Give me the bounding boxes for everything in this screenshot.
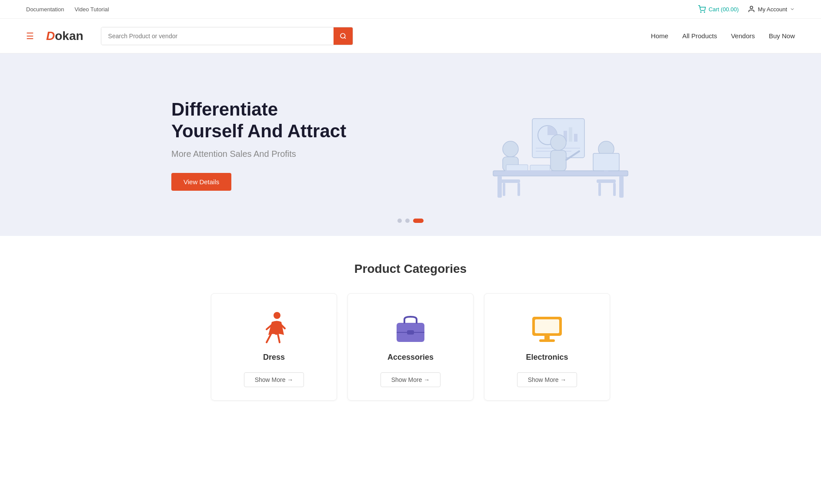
hero-title: Differentiate Yourself And Attract [171, 99, 346, 143]
categories-section: Product Categories [0, 236, 821, 435]
svg-rect-47 [539, 339, 555, 342]
categories-grid: Dress Show More → Accessories Show More … [26, 293, 795, 401]
dot-3[interactable] [413, 219, 424, 223]
logo-d: D [46, 29, 55, 43]
svg-line-4 [344, 37, 346, 39]
svg-rect-31 [597, 179, 616, 183]
svg-rect-43 [407, 330, 414, 335]
svg-line-38 [278, 334, 280, 342]
hamburger-icon[interactable]: ☰ [26, 31, 34, 41]
electronics-label: Electronics [526, 353, 568, 362]
nav-home[interactable]: Home [651, 32, 668, 40]
search-input[interactable] [101, 27, 334, 45]
account-link[interactable]: My Account [748, 5, 795, 13]
accessories-show-more[interactable]: Show More → [380, 372, 441, 387]
svg-rect-12 [569, 127, 572, 142]
svg-rect-32 [598, 183, 601, 196]
svg-rect-19 [503, 183, 505, 196]
dot-2[interactable] [405, 219, 410, 223]
hero-subtitle: More Attention Sales And Profits [171, 149, 346, 159]
user-icon [748, 5, 755, 13]
accessories-label: Accessories [387, 353, 434, 362]
svg-rect-29 [604, 171, 608, 174]
svg-rect-7 [619, 176, 624, 198]
header: ☰ Dokan Home All Products Vendors Buy No… [0, 19, 821, 53]
nav-vendors[interactable]: Vendors [731, 32, 755, 40]
dress-label: Dress [263, 353, 285, 362]
svg-rect-34 [530, 165, 550, 171]
svg-rect-6 [497, 176, 502, 198]
dress-icon [257, 311, 291, 346]
dress-show-more[interactable]: Show More → [244, 372, 304, 387]
cart-link[interactable]: Cart (00.00) [698, 5, 738, 13]
svg-rect-33 [613, 183, 616, 196]
svg-point-0 [701, 12, 701, 13]
chevron-down-icon [790, 7, 795, 12]
svg-point-3 [340, 33, 345, 38]
top-bar-right: Cart (00.00) My Account [698, 5, 795, 13]
logo[interactable]: Dokan [46, 29, 83, 43]
accessories-icon [393, 311, 428, 346]
category-card-accessories: Accessories Show More → [347, 293, 474, 401]
search-icon [340, 33, 347, 40]
nav-buy-now[interactable]: Buy Now [769, 32, 795, 40]
category-card-dress: Dress Show More → [211, 293, 337, 401]
docs-link[interactable]: Documentation [26, 6, 64, 13]
svg-rect-30 [600, 174, 613, 175]
cart-icon [698, 5, 706, 13]
hero-content: Differentiate Yourself And Attract More … [171, 84, 650, 206]
account-label: My Account [758, 6, 787, 13]
main-nav: Home All Products Vendors Buy Now [651, 32, 795, 40]
svg-rect-21 [506, 165, 528, 171]
svg-rect-22 [505, 170, 529, 172]
hero-text: Differentiate Yourself And Attract More … [171, 99, 346, 191]
search-bar [101, 27, 353, 45]
top-bar-links: Documentation Video Tutorial [26, 6, 109, 13]
nav-all-products[interactable]: All Products [682, 32, 717, 40]
svg-line-37 [267, 334, 271, 342]
electronics-icon [530, 311, 564, 346]
video-link[interactable]: Video Tutorial [74, 6, 109, 13]
svg-rect-28 [593, 153, 619, 171]
svg-point-2 [750, 6, 753, 9]
svg-rect-18 [501, 179, 520, 183]
svg-point-1 [704, 12, 705, 13]
svg-rect-20 [517, 183, 520, 196]
dot-1[interactable] [397, 219, 402, 223]
category-card-electronics: Electronics Show More → [484, 293, 610, 401]
view-details-button[interactable]: View Details [171, 173, 231, 191]
hero-section: Differentiate Yourself And Attract More … [0, 53, 821, 236]
electronics-show-more[interactable]: Show More → [517, 372, 577, 387]
top-bar: Documentation Video Tutorial Cart (00.00… [0, 0, 821, 19]
section-title: Product Categories [26, 262, 795, 276]
svg-rect-24 [551, 150, 566, 171]
search-button[interactable] [334, 27, 353, 45]
svg-rect-45 [535, 319, 559, 333]
svg-point-16 [503, 141, 518, 157]
hero-illustration [467, 84, 650, 206]
svg-point-36 [274, 312, 280, 319]
cart-label: Cart (00.00) [708, 6, 738, 13]
svg-rect-13 [574, 134, 577, 142]
svg-rect-35 [529, 170, 551, 172]
slider-dots [397, 219, 424, 223]
svg-point-23 [551, 135, 566, 150]
logo-rest: okan [55, 29, 83, 43]
